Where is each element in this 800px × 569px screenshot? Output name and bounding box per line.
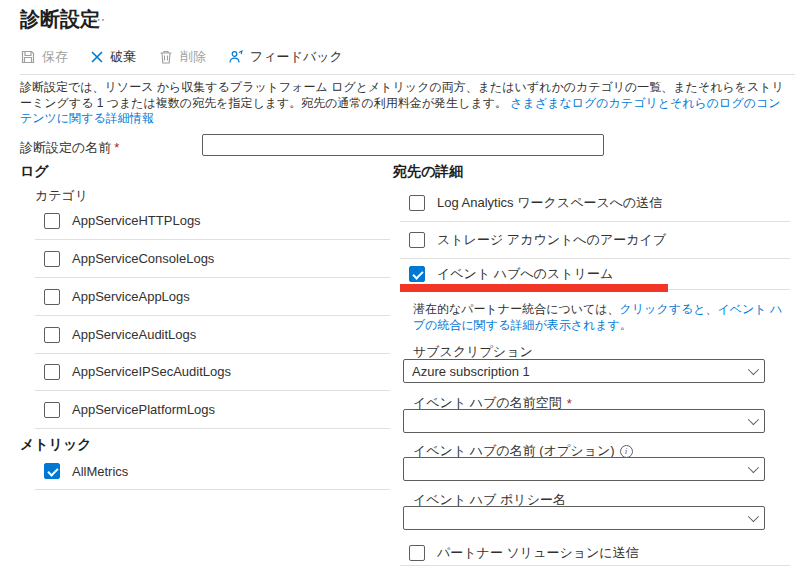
checkbox-label: イベント ハブへのストリーム xyxy=(437,265,613,283)
save-button-label: 保存 xyxy=(42,48,68,66)
checkbox-appservicehttplogs[interactable] xyxy=(44,213,60,229)
discard-button[interactable]: 破棄 xyxy=(90,48,136,66)
checkbox-appserviceipsecauditlogs[interactable] xyxy=(44,364,60,380)
checkbox-appserviceplatformlogs[interactable] xyxy=(44,402,60,418)
destination-option-row[interactable]: ストレージ アカウントへのアーカイブ xyxy=(400,222,790,259)
log-category-row[interactable]: AppServiceAppLogs xyxy=(35,278,390,316)
feedback-button-label: フィードバック xyxy=(250,48,343,66)
log-category-row[interactable]: AppServiceConsoleLogs xyxy=(35,240,390,278)
logs-section-header: ログ xyxy=(20,163,49,181)
diagnostic-name-label: 診断設定の名前* xyxy=(20,139,119,157)
event-hub-name-dropdown[interactable] xyxy=(403,457,765,481)
partner-note-text: 潜在的なパートナー統合については、 xyxy=(413,302,620,316)
log-category-row[interactable]: AppServiceIPSecAuditLogs xyxy=(35,353,390,391)
page-title: 診断設定 xyxy=(20,6,100,33)
toolbar: 保存 破棄 削除 フィードバック xyxy=(20,47,343,67)
bottom-divider xyxy=(400,565,790,566)
diagnostic-name-input[interactable] xyxy=(202,134,604,156)
context-menu-ellipsis-icon[interactable]: ⋯ xyxy=(92,12,107,27)
checkbox-label: AppServicePlatformLogs xyxy=(72,402,215,417)
log-category-row[interactable]: AppServiceAuditLogs xyxy=(35,316,390,354)
red-highlight-annotation xyxy=(400,284,668,292)
save-button[interactable]: 保存 xyxy=(20,48,68,66)
metric-row[interactable]: AllMetrics xyxy=(35,453,390,490)
checkbox-label: AppServiceIPSecAuditLogs xyxy=(72,364,231,379)
partner-solution-row[interactable]: パートナー ソリューションに送信 xyxy=(400,541,790,565)
checkbox-label: AllMetrics xyxy=(72,464,128,479)
subscription-dropdown[interactable]: Azure subscription 1 xyxy=(403,359,765,383)
partner-integration-note: 潜在的なパートナー統合については、クリックすると、イベント ハブの統合に関する詳… xyxy=(413,301,790,333)
checkbox-allmetrics[interactable] xyxy=(44,463,60,479)
discard-x-icon xyxy=(90,50,104,64)
destination-section-header: 宛先の詳細 xyxy=(393,163,463,181)
checkbox-label: パートナー ソリューションに送信 xyxy=(437,544,639,562)
save-icon xyxy=(20,49,36,65)
chevron-down-icon xyxy=(748,511,759,522)
feedback-person-icon xyxy=(228,49,244,65)
required-asterisk: * xyxy=(114,140,119,155)
checkbox-label: AppServiceAuditLogs xyxy=(72,327,196,342)
destination-option-row[interactable]: Log Analytics ワークスペースへの送信 xyxy=(400,185,790,222)
log-category-row[interactable]: AppServicePlatformLogs xyxy=(35,391,390,429)
trash-icon xyxy=(158,49,174,65)
delete-button[interactable]: 削除 xyxy=(158,48,206,66)
info-icon[interactable]: i xyxy=(620,445,633,458)
diagnostic-settings-page: 診断設定 ⋯ 保存 破棄 削除 フィードバック 診断設定で xyxy=(0,0,800,569)
checkbox-appserviceapplogs[interactable] xyxy=(44,289,60,305)
discard-button-label: 破棄 xyxy=(110,48,136,66)
checkbox-label: Log Analytics ワークスペースへの送信 xyxy=(437,194,662,212)
chevron-down-icon xyxy=(748,364,759,375)
checkbox-label: AppServiceConsoleLogs xyxy=(72,251,214,266)
chevron-down-icon xyxy=(748,414,759,425)
checkbox-appserviceauditlogs[interactable] xyxy=(44,327,60,343)
checkbox-storage-archive[interactable] xyxy=(409,232,425,248)
description-text: 診断設定では、リソース から収集するプラットフォーム ログとメトリックの両方、ま… xyxy=(20,80,792,127)
event-hub-namespace-dropdown[interactable] xyxy=(403,409,765,433)
checkbox-log-analytics[interactable] xyxy=(409,195,425,211)
toolbar-divider xyxy=(20,74,795,75)
checkbox-appserviceconsolelogs[interactable] xyxy=(44,251,60,267)
checkbox-label: AppServiceHTTPLogs xyxy=(72,213,201,228)
delete-button-label: 削除 xyxy=(180,48,206,66)
metrics-section-header: メトリック xyxy=(20,436,92,454)
event-hub-policy-dropdown[interactable] xyxy=(403,506,765,530)
checkbox-event-hub-stream[interactable] xyxy=(409,266,425,282)
checkbox-partner-solution[interactable] xyxy=(409,545,425,561)
feedback-button[interactable]: フィードバック xyxy=(228,48,343,66)
dropdown-value: Azure subscription 1 xyxy=(412,364,748,379)
chevron-down-icon xyxy=(748,462,759,473)
checkbox-label: ストレージ アカウントへのアーカイブ xyxy=(437,231,666,249)
checkbox-label: AppServiceAppLogs xyxy=(72,289,190,304)
log-category-row[interactable]: AppServiceHTTPLogs xyxy=(35,202,390,240)
